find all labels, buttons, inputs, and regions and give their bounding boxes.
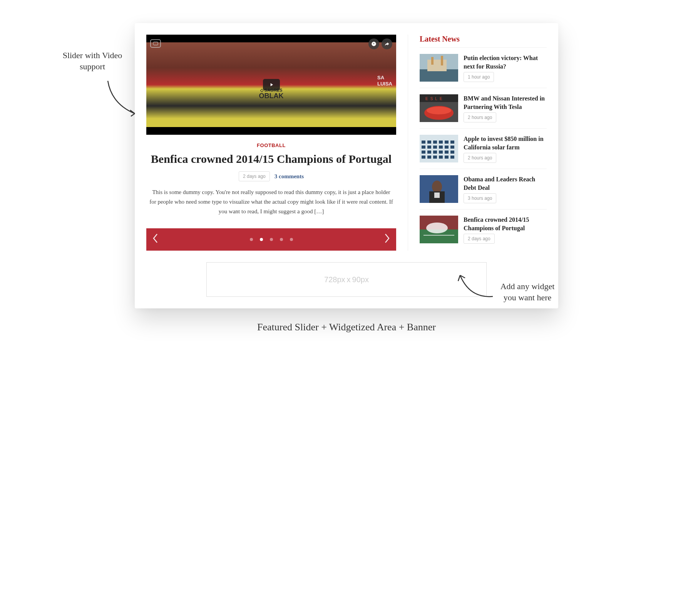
svg-rect-16 xyxy=(445,141,449,144)
list-item[interactable]: ESLE BMW and Nissan Interested in Partne… xyxy=(420,88,547,128)
news-thumbnail xyxy=(420,135,458,162)
list-item[interactable]: Benfica crowned 2014/15 Champions of Por… xyxy=(420,209,547,249)
slider-dots xyxy=(250,238,293,241)
play-button-icon[interactable] xyxy=(263,79,280,90)
list-item[interactable]: Obama and Leaders Reach Debt Deal 3 hour… xyxy=(420,169,547,209)
svg-rect-3 xyxy=(427,60,447,71)
svg-rect-12 xyxy=(422,141,425,144)
svg-rect-34 xyxy=(445,156,449,159)
caption-bottom: Featured Slider + Widgetized Area + Bann… xyxy=(135,321,558,333)
news-item-timestamp: 2 hours ago xyxy=(464,153,496,163)
article-headline[interactable]: Benfica crowned 2014/15 Champions of Por… xyxy=(146,152,396,166)
svg-text:ESLE: ESLE xyxy=(425,97,445,101)
featured-slider: ◇ SAGRES OBLAK SA LUISA xyxy=(146,35,408,251)
svg-rect-21 xyxy=(439,146,443,149)
svg-rect-32 xyxy=(433,156,437,159)
slider-dot[interactable] xyxy=(280,238,283,241)
svg-point-10 xyxy=(427,107,451,114)
news-item-title: Apple to invest $850 million in Californ… xyxy=(464,135,547,151)
svg-rect-43 xyxy=(424,235,454,236)
news-item-timestamp: 3 hours ago xyxy=(464,193,496,203)
svg-rect-18 xyxy=(422,146,425,149)
article-comments-link[interactable]: 3 comments xyxy=(275,173,304,180)
latest-news-list: Putin election victory: What next for Ru… xyxy=(420,47,547,249)
sidebar-widget-area: Latest News Putin election victory: What… xyxy=(420,35,547,251)
list-item[interactable]: Putin election victory: What next for Ru… xyxy=(420,47,547,88)
svg-rect-31 xyxy=(427,156,431,159)
slider-next-icon[interactable] xyxy=(384,233,390,246)
svg-rect-25 xyxy=(427,151,431,154)
video-top-controls xyxy=(368,38,392,49)
news-item-timestamp: 2 days ago xyxy=(464,234,495,244)
banner-height-label: 90px xyxy=(352,275,369,284)
banner-placeholder[interactable]: 728px x 90px xyxy=(206,262,487,297)
article-category[interactable]: FOOTBALL xyxy=(146,142,396,148)
top-row: ◇ SAGRES OBLAK SA LUISA xyxy=(146,35,547,251)
svg-rect-22 xyxy=(445,146,449,149)
banner-sep: x xyxy=(347,275,351,284)
slider-dot-active[interactable] xyxy=(260,238,263,241)
svg-rect-26 xyxy=(433,151,437,154)
svg-rect-27 xyxy=(439,151,443,154)
svg-rect-15 xyxy=(439,141,443,144)
news-item-title: Benfica crowned 2014/15 Champions of Por… xyxy=(464,216,547,232)
news-thumbnail xyxy=(420,54,458,82)
slider-prev-icon[interactable] xyxy=(152,233,159,246)
jersey-player-name: OBLAK xyxy=(259,92,284,100)
svg-rect-0 xyxy=(153,42,158,45)
article-meta-row: 2 days ago 3 comments xyxy=(146,171,396,181)
news-item-timestamp: 2 hours ago xyxy=(464,112,496,122)
annotation-left: Slider with Video support xyxy=(58,50,127,72)
annotation-right: Add any widget you want here xyxy=(495,281,560,303)
news-item-timestamp: 1 hour ago xyxy=(464,72,494,82)
news-item-title: BMW and Nissan Interested in Partnering … xyxy=(464,94,547,111)
video-player[interactable]: ◇ SAGRES OBLAK SA LUISA xyxy=(146,35,396,135)
svg-rect-35 xyxy=(450,156,454,159)
svg-point-37 xyxy=(432,181,442,193)
svg-point-42 xyxy=(426,223,448,233)
article-timestamp: 2 days ago xyxy=(239,171,270,181)
slider-dot[interactable] xyxy=(290,238,293,241)
slider-dot[interactable] xyxy=(270,238,273,241)
svg-rect-19 xyxy=(427,146,431,149)
svg-rect-23 xyxy=(450,146,454,149)
news-item-title: Putin election victory: What next for Ru… xyxy=(464,54,547,70)
news-thumbnail xyxy=(420,175,458,203)
svg-rect-14 xyxy=(433,141,437,144)
share-icon[interactable] xyxy=(382,38,392,49)
svg-rect-20 xyxy=(433,146,437,149)
article-excerpt: This is some dummy copy. You're not real… xyxy=(146,187,396,216)
sidebar-title: Latest News xyxy=(420,35,547,47)
news-thumbnail xyxy=(420,216,458,243)
svg-rect-33 xyxy=(439,156,443,159)
svg-rect-39 xyxy=(434,192,440,198)
slider-article-meta: FOOTBALL Benfica crowned 2014/15 Champio… xyxy=(146,135,396,220)
svg-rect-28 xyxy=(445,151,449,154)
news-item-title: Obama and Leaders Reach Debt Deal xyxy=(464,175,547,192)
svg-rect-30 xyxy=(422,156,425,159)
svg-rect-29 xyxy=(450,151,454,154)
broadcaster-logo-icon xyxy=(150,39,161,48)
news-thumbnail: ESLE xyxy=(420,94,458,122)
slider-dot[interactable] xyxy=(250,238,253,241)
side-jersey-text: SA LUISA xyxy=(377,75,392,87)
svg-rect-13 xyxy=(427,141,431,144)
list-item[interactable]: Apple to invest $850 million in Californ… xyxy=(420,128,547,169)
svg-rect-24 xyxy=(422,151,425,154)
svg-rect-5 xyxy=(441,56,443,65)
page-wrapper: Slider with Video support ◇ SAGRES OBLAK… xyxy=(135,23,558,333)
watch-later-icon[interactable] xyxy=(368,38,379,49)
content-card: ◇ SAGRES OBLAK SA LUISA xyxy=(135,23,558,308)
svg-rect-4 xyxy=(431,57,434,65)
slider-nav-bar xyxy=(146,228,396,251)
svg-rect-17 xyxy=(450,141,454,144)
banner-width-label: 728px xyxy=(324,275,345,284)
